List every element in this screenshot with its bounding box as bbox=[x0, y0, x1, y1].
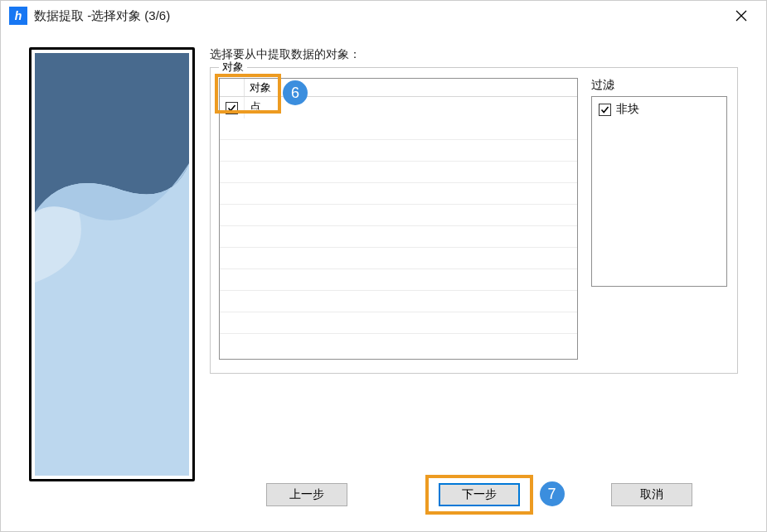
header-checkbox-col bbox=[220, 79, 245, 96]
filter-label: 过滤 bbox=[591, 78, 727, 93]
objects-list-header: 对象 bbox=[220, 79, 577, 97]
filter-panel: 过滤 非块 bbox=[591, 78, 727, 287]
back-button[interactable]: 上一步 bbox=[266, 483, 347, 506]
object-checkbox[interactable] bbox=[226, 102, 238, 114]
checkmark-icon bbox=[600, 105, 609, 114]
cancel-button[interactable]: 取消 bbox=[611, 483, 692, 506]
group-label: 对象 bbox=[219, 60, 247, 75]
close-icon bbox=[735, 10, 747, 22]
filter-item-label: 非块 bbox=[616, 102, 639, 117]
list-item[interactable]: 点 bbox=[220, 97, 577, 118]
next-button[interactable]: 下一步 bbox=[439, 483, 520, 506]
filter-list[interactable]: 非块 bbox=[591, 96, 727, 287]
dialog-window: h 数据提取 -选择对象 (3/6) 选择要从中提取数据的对象： 对象 bbox=[0, 0, 767, 532]
object-label: 点 bbox=[245, 100, 261, 115]
objects-list[interactable]: 对象 点 bbox=[219, 78, 578, 360]
right-panel: 选择要从中提取数据的对象： 对象 对象 bbox=[210, 47, 738, 470]
app-icon: h bbox=[9, 7, 27, 25]
instruction-text: 选择要从中提取数据的对象： bbox=[210, 47, 738, 62]
page-curl-graphic bbox=[35, 163, 189, 476]
objects-group: 对象 对象 点 bbox=[210, 67, 738, 374]
app-icon-text: h bbox=[15, 9, 22, 22]
wizard-preview-image bbox=[29, 47, 195, 481]
header-label-col: 对象 bbox=[245, 80, 271, 95]
close-button[interactable] bbox=[725, 1, 758, 31]
checkmark-icon bbox=[227, 104, 236, 113]
titlebar: h 数据提取 -选择对象 (3/6) bbox=[1, 1, 766, 31]
button-row: 上一步 下一步 7 取消 bbox=[1, 483, 766, 506]
annotation-badge-7: 7 bbox=[540, 481, 565, 506]
filter-checkbox[interactable] bbox=[599, 104, 611, 116]
filter-item[interactable]: 非块 bbox=[599, 102, 720, 117]
window-title: 数据提取 -选择对象 (3/6) bbox=[34, 8, 170, 24]
empty-rows bbox=[220, 118, 577, 334]
dialog-content: 选择要从中提取数据的对象： 对象 对象 bbox=[1, 31, 766, 470]
